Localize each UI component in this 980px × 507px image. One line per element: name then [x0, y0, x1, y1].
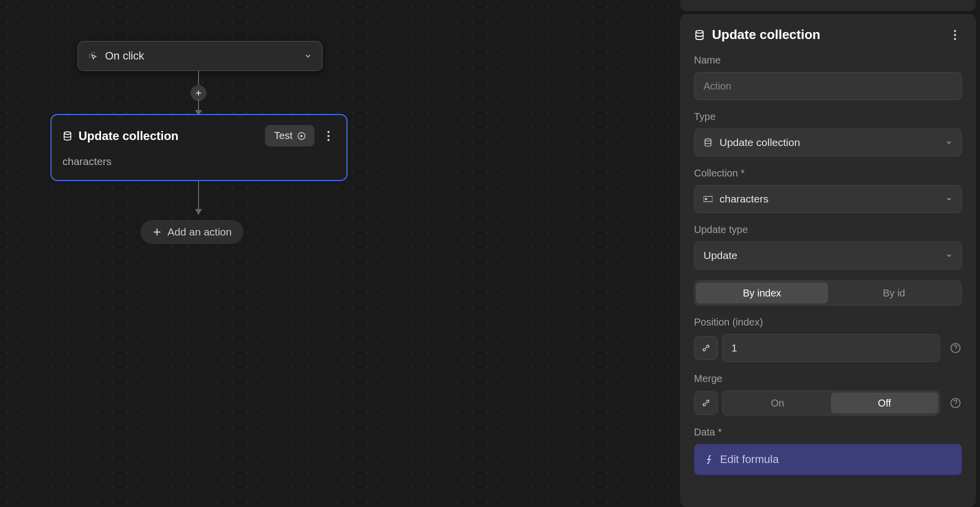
segment-merge-on[interactable]: On [724, 392, 831, 414]
action-subtitle: characters [62, 156, 336, 168]
workflow-canvas[interactable]: On click [0, 0, 680, 507]
type-label: Type [694, 111, 962, 122]
database-icon [704, 138, 712, 147]
action-node[interactable]: Update collection Test characters [50, 114, 348, 181]
name-input[interactable] [694, 72, 962, 100]
help-icon[interactable] [949, 396, 962, 410]
trigger-label: On click [105, 50, 304, 62]
svg-point-8 [954, 38, 956, 40]
merge-label: Merge [694, 373, 962, 384]
update-type-label: Update type [694, 224, 962, 236]
svg-point-0 [64, 132, 70, 134]
svg-point-9 [705, 139, 711, 142]
properties-panel: Update collection Name Type [680, 14, 976, 507]
segment-merge-off[interactable]: Off [831, 392, 938, 414]
connector-line [198, 180, 199, 211]
test-button[interactable]: Test [265, 125, 314, 146]
collection-icon [704, 195, 712, 203]
update-type-select[interactable]: Update [694, 242, 962, 270]
svg-point-5 [696, 30, 704, 33]
data-label: Data * [694, 426, 962, 438]
svg-rect-11 [705, 198, 708, 200]
update-by-segmented: By index By id [694, 280, 962, 306]
collection-select[interactable]: characters [694, 185, 962, 213]
edit-formula-button[interactable]: Edit formula [694, 444, 962, 475]
bind-merge-button[interactable] [694, 391, 718, 415]
click-icon [88, 51, 98, 61]
svg-point-6 [954, 30, 956, 32]
segment-by-index[interactable]: By index [696, 282, 828, 304]
add-action-button[interactable]: Add an action [140, 220, 244, 244]
svg-rect-10 [704, 196, 712, 202]
svg-point-3 [328, 134, 330, 136]
merge-segmented: On Off [722, 390, 940, 416]
chevron-down-icon [304, 52, 312, 60]
bind-position-button[interactable] [694, 336, 718, 360]
svg-point-7 [954, 34, 956, 36]
type-select[interactable]: Update collection [694, 128, 962, 156]
connector-line [198, 71, 199, 85]
svg-point-2 [328, 130, 330, 132]
arrow-down-icon [194, 209, 202, 215]
position-label: Position (index) [694, 316, 962, 328]
panel-more-button[interactable] [948, 28, 962, 42]
formula-icon [704, 454, 713, 465]
panel-title: Update collection [712, 27, 941, 42]
action-title: Update collection [62, 129, 258, 143]
database-icon [62, 131, 72, 141]
name-label: Name [694, 54, 962, 66]
segment-by-id[interactable]: By id [828, 282, 960, 304]
database-icon [694, 30, 705, 40]
svg-point-4 [328, 138, 330, 140]
help-icon[interactable] [949, 342, 962, 354]
add-node-button[interactable] [190, 85, 206, 101]
position-input[interactable] [722, 334, 940, 362]
trigger-node[interactable]: On click [78, 41, 322, 71]
more-options-button[interactable] [322, 129, 336, 143]
collection-label: Collection * [694, 168, 962, 179]
panel-stub [680, 0, 976, 11]
